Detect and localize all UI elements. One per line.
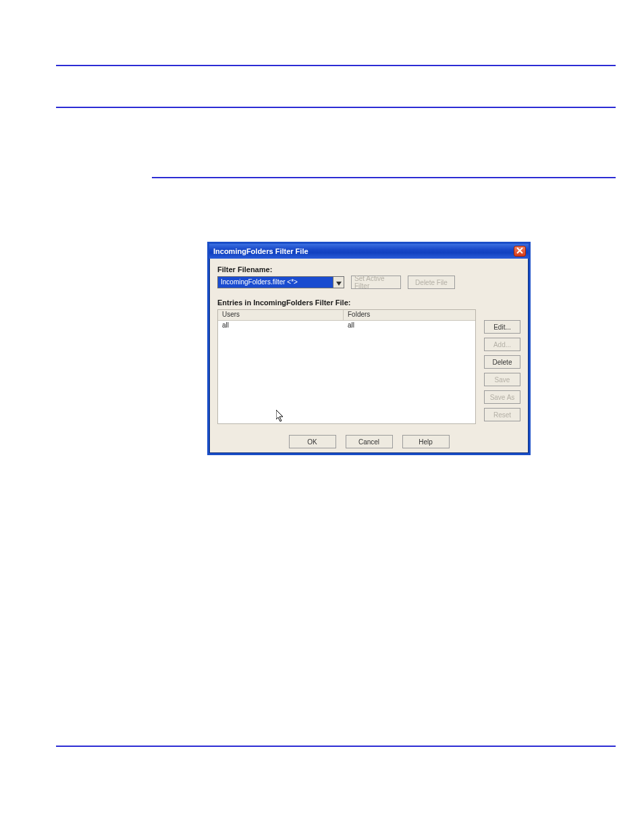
edit-button[interactable]: Edit... bbox=[484, 320, 520, 334]
set-active-filter-button[interactable]: Set Active Filter bbox=[351, 276, 401, 289]
cancel-button[interactable]: Cancel bbox=[346, 435, 393, 448]
horizontal-rule bbox=[56, 746, 616, 747]
window-title: IncomingFolders Filter File bbox=[213, 247, 514, 255]
combo-dropdown-button[interactable] bbox=[333, 277, 344, 288]
save-button[interactable]: Save bbox=[484, 373, 520, 386]
filter-filename-row: IncomingFolders.filter <*> Set Active Fi… bbox=[217, 276, 520, 289]
help-button[interactable]: Help bbox=[402, 435, 450, 448]
filter-filename-label: Filter Filename: bbox=[217, 265, 520, 273]
side-button-column: Edit... Add... Delete Save Save As Reset bbox=[484, 309, 520, 424]
entries-list[interactable]: Users Folders all all bbox=[217, 309, 476, 424]
chevron-down-icon bbox=[336, 276, 342, 288]
cell-users: all bbox=[218, 321, 344, 330]
entries-area: Users Folders all all Edit... Add... Del… bbox=[217, 309, 520, 424]
title-bar[interactable]: IncomingFolders Filter File bbox=[209, 244, 529, 259]
delete-file-button[interactable]: Delete File bbox=[408, 276, 455, 289]
reset-button[interactable]: Reset bbox=[484, 408, 520, 421]
entries-label: Entries in IncomingFolders Filter File: bbox=[217, 298, 520, 307]
filter-filename-combo[interactable]: IncomingFolders.filter <*> bbox=[217, 276, 344, 288]
column-header-folders[interactable]: Folders bbox=[344, 310, 475, 320]
dialog-bottom-buttons: OK Cancel Help bbox=[217, 435, 520, 448]
page: IncomingFolders Filter File Filter Filen… bbox=[0, 0, 644, 834]
dialog-client-area: Filter Filename: IncomingFolders.filter … bbox=[209, 259, 529, 453]
cell-folders: all bbox=[344, 321, 475, 330]
delete-button[interactable]: Delete bbox=[484, 355, 520, 369]
horizontal-rule bbox=[152, 177, 616, 178]
save-as-button[interactable]: Save As bbox=[484, 390, 520, 404]
column-header-users[interactable]: Users bbox=[218, 310, 344, 320]
close-button[interactable] bbox=[514, 246, 526, 257]
horizontal-rule bbox=[56, 65, 616, 66]
cursor-icon bbox=[276, 410, 284, 422]
close-icon bbox=[516, 247, 523, 255]
table-row[interactable]: all all bbox=[218, 321, 475, 330]
horizontal-rule bbox=[56, 107, 616, 108]
filter-filename-value: IncomingFolders.filter <*> bbox=[218, 277, 333, 288]
filter-file-dialog: IncomingFolders Filter File Filter Filen… bbox=[207, 242, 531, 455]
list-header: Users Folders bbox=[218, 310, 475, 321]
add-button[interactable]: Add... bbox=[484, 338, 520, 351]
ok-button[interactable]: OK bbox=[289, 435, 336, 448]
